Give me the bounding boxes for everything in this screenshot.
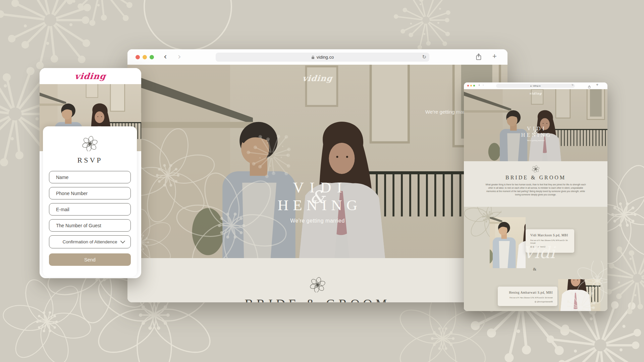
address-bar[interactable]: viding.co ↻	[216, 53, 429, 62]
mobile-header: viding	[40, 68, 141, 84]
minimize-window-button[interactable]	[143, 55, 147, 59]
zoom-window-button[interactable]	[150, 55, 154, 59]
new-tab-icon[interactable]: +	[492, 52, 497, 61]
forward-button[interactable]: ›	[178, 51, 181, 62]
groom-watermark-script: Vidi	[523, 243, 555, 262]
bride-instagram[interactable]: @heningambarwati95	[502, 301, 553, 303]
chevron-down-icon	[120, 240, 125, 245]
section-paragraph: What greater thing is there for two huma…	[485, 183, 586, 196]
close-window-button[interactable]	[136, 55, 140, 59]
name-field[interactable]	[49, 171, 131, 183]
send-button[interactable]: Send	[49, 253, 131, 266]
hero-subtitle: We're getting married	[127, 218, 507, 224]
guest-count-field[interactable]	[49, 219, 131, 232]
rsvp-form: Confirmation of Attendence Send	[49, 171, 131, 266]
forward-button[interactable]: ›	[483, 83, 484, 87]
profiles-section: Vidi Marckson S.pd, MBI First son of H. …	[464, 207, 607, 311]
reload-icon[interactable]: ↻	[422, 54, 426, 60]
hero-ampersand: &	[464, 128, 607, 135]
cherry-blossom-icon	[82, 136, 98, 153]
bride-info-card: Hening Ambarwati S.pd, MBI First son of …	[498, 287, 557, 306]
lock-icon	[311, 55, 315, 59]
section-title: BRIDE & GROOM	[127, 296, 507, 302]
hero-section: viding We're getting married VIDI & HENI…	[127, 65, 507, 258]
cherry-blossom-icon	[310, 277, 325, 294]
zoom-window-button[interactable]	[473, 85, 475, 86]
email-field[interactable]	[49, 203, 131, 216]
url-text: viding.co	[317, 55, 334, 60]
bride-groom-section: BRIDE & GROOM What greater thing is ther…	[464, 161, 607, 207]
hero-title: VIDI & HENING We're getting married	[464, 126, 607, 141]
instagram-icon	[535, 301, 536, 303]
bride-groom-section: BRIDE & GROOM	[127, 258, 507, 302]
viding-logo[interactable]: viding	[74, 71, 107, 81]
marketing-mockup-stage: ‹ › viding.co ↻ +	[0, 0, 644, 362]
mobile-rsvp-panel: viding RSVP	[40, 68, 141, 278]
close-window-button[interactable]	[467, 85, 469, 86]
reload-icon[interactable]: ↻	[572, 84, 574, 86]
back-button[interactable]: ‹	[479, 83, 480, 87]
rsvp-card: RSVP Confirmation of Attendence Send	[43, 126, 137, 277]
minimize-window-button[interactable]	[470, 85, 472, 86]
url-text: viding.co	[533, 85, 541, 87]
floral-overlay	[567, 261, 607, 311]
hero-subtitle: We're getting married	[464, 139, 607, 141]
watermark-ampersand: &	[533, 266, 536, 272]
address-bar[interactable]: viding.co ↻	[496, 84, 575, 88]
attendance-select[interactable]: Confirmation of Attendence	[49, 235, 131, 248]
bride-name: Hening Ambarwati S.pd, MBI	[502, 291, 553, 294]
site-logo[interactable]: viding	[464, 92, 607, 95]
new-tab-icon[interactable]: +	[596, 82, 598, 87]
cherry-blossom-icon	[532, 165, 539, 174]
phone-field[interactable]	[49, 187, 131, 199]
share-icon[interactable]	[476, 53, 482, 62]
main-browser-toolbar: ‹ › viding.co ↻ +	[127, 49, 507, 65]
small-browser-toolbar: ‹ › viding.co ↻ +	[464, 82, 607, 89]
main-browser-window: ‹ › viding.co ↻ +	[127, 49, 507, 302]
section-title: BRIDE & GROOM	[464, 175, 607, 181]
groom-name: Vidi Marckson S.pd, MBI	[530, 234, 570, 237]
groom-photo	[490, 217, 526, 268]
site-logo[interactable]: viding	[127, 73, 507, 83]
back-button[interactable]: ‹	[164, 51, 167, 62]
bride-description: First son of H. Haru Sibowen S.Pd, M.Pd …	[502, 297, 553, 299]
hero-ampersand: &	[127, 187, 507, 207]
small-browser-window: ‹ › viding.co ↻ +	[464, 82, 607, 311]
hero-section: viding VIDI & HENING We're getting marri…	[464, 89, 607, 161]
hero-title: VIDI & HENING We're getting married	[127, 180, 507, 224]
rsvp-title: RSVP	[43, 156, 137, 165]
